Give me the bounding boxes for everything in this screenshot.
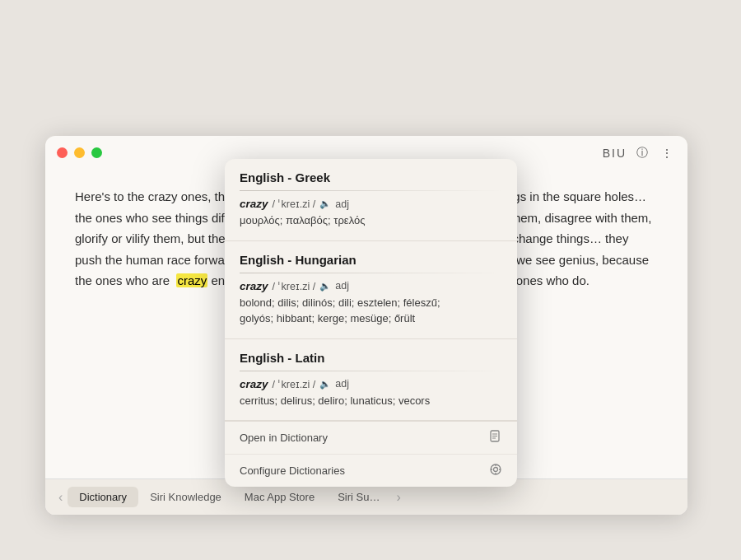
dict-phonetic-hungarian: / ˈkreɪ.zi / [273, 280, 316, 292]
open-in-dictionary-label: Open in Dictionary [240, 432, 328, 444]
dict-pos-latin: adj [335, 378, 349, 390]
dict-translation-greek: μουρλός; παλαβός; τρελός [240, 212, 502, 229]
more-button[interactable]: ⋮ [658, 145, 676, 161]
tab-siri-su-label: Siri Su… [338, 491, 380, 503]
tab-siri-su[interactable]: Siri Su… [326, 487, 391, 507]
dict-phonetic-greek: / ˈkreɪ.zi / [273, 198, 316, 210]
dict-section-latin: English - Latin crazy / ˈkreɪ.zi / 🔈 adj… [225, 339, 517, 422]
configure-dictionaries-action[interactable]: Configure Dictionaries [225, 455, 517, 487]
dict-word-greek: crazy [240, 198, 268, 210]
dict-pos-greek: adj [335, 198, 349, 210]
dict-pos-hungarian: adj [335, 280, 349, 292]
dictionary-popup: English - Greek crazy / ˈkreɪ.zi / 🔈 adj… [225, 159, 517, 487]
tab-next-button[interactable]: › [391, 487, 405, 508]
dict-section-greek: English - Greek crazy / ˈkreɪ.zi / 🔈 adj… [225, 159, 517, 241]
biu-label: BIU [603, 147, 627, 160]
tab-mac-app-store-label: Mac App Store [245, 491, 315, 503]
highlighted-word: crazy [176, 273, 207, 287]
dict-lang-greek: English - Greek [240, 170, 502, 184]
dict-word-line-hungarian: crazy / ˈkreɪ.zi / 🔈 adj [240, 280, 502, 292]
info-icon: ⓘ [636, 146, 648, 161]
open-in-dictionary-icon [489, 430, 502, 446]
toolbar-right: BIU ⓘ ⋮ [603, 144, 676, 162]
traffic-lights [57, 147, 102, 158]
dict-phonetic-latin: / ˈkreɪ.zi / [273, 378, 316, 390]
main-window: BIU ⓘ ⋮ Here's to the crazy ones, the mi… [45, 136, 687, 515]
minimize-button[interactable] [74, 147, 85, 158]
tab-dictionary[interactable]: Dictionary [68, 487, 138, 507]
tab-siri-knowledge-label: Siri Knowledge [150, 491, 221, 503]
dict-word-line-latin: crazy / ˈkreɪ.zi / 🔈 adj [240, 378, 502, 390]
tab-dictionary-label: Dictionary [79, 491, 127, 503]
speaker-icon-hungarian[interactable]: 🔈 [319, 281, 331, 292]
configure-dictionaries-icon [489, 463, 502, 478]
dict-word-hungarian: crazy [240, 280, 268, 292]
tab-siri-knowledge[interactable]: Siri Knowledge [138, 487, 233, 507]
dict-lang-latin: English - Latin [240, 351, 502, 365]
dict-section-hungarian: English - Hungarian crazy / ˈkreɪ.zi / 🔈… [225, 241, 517, 339]
tab-mac-app-store[interactable]: Mac App Store [233, 487, 326, 507]
speaker-icon-greek[interactable]: 🔈 [319, 198, 331, 209]
dict-word-line-greek: crazy / ˈkreɪ.zi / 🔈 adj [240, 198, 502, 210]
dict-footer: Open in Dictionary Configure Dictionarie… [225, 421, 517, 487]
open-in-dictionary-action[interactable]: Open in Dictionary [225, 422, 517, 455]
dict-lang-hungarian: English - Hungarian [240, 253, 502, 267]
configure-dictionaries-label: Configure Dictionaries [240, 464, 345, 477]
dict-word-latin: crazy [240, 378, 268, 390]
tab-prev-button[interactable]: ‹ [54, 487, 68, 508]
info-button[interactable]: ⓘ [633, 144, 651, 162]
dict-translation-hungarian: bolond; dilis; dilinós; dili; esztelen; … [240, 295, 502, 327]
speaker-icon-latin[interactable]: 🔈 [319, 379, 331, 390]
close-button[interactable] [57, 147, 68, 158]
svg-point-5 [494, 468, 498, 472]
dict-translation-latin: cerritus; delirus; deliro; lunaticus; ve… [240, 393, 502, 409]
more-icon: ⋮ [661, 147, 673, 160]
maximize-button[interactable] [91, 147, 102, 158]
